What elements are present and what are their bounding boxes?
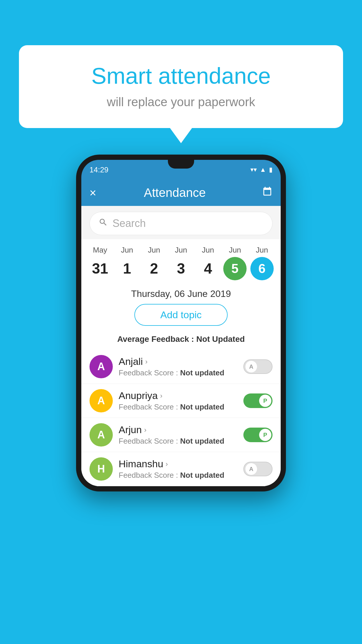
student-name: Anupriya › [119,390,238,401]
avatar: A [89,423,113,447]
app-bar-title: Attendance [94,186,255,200]
app-bar: × Attendance [81,180,281,206]
status-icons: ▾▾ ▲ ▮ [250,166,273,174]
search-input-label: Search [113,217,146,230]
student-score: Feedback Score : Not updated [119,437,238,446]
chevron-right-icon: › [145,358,147,366]
table-row[interactable]: A Arjun › Feedback Score : Not updated P [81,418,281,452]
speech-bubble: Smart attendance will replace your paper… [19,45,343,128]
date-item-jun5-today[interactable]: Jun 5 [223,246,247,280]
student-list: A Anjali › Feedback Score : Not updated … [81,350,281,486]
table-row[interactable]: A Anupriya › Feedback Score : Not update… [81,384,281,418]
avatar: H [89,457,113,481]
chevron-right-icon: › [160,392,162,400]
battery-icon: ▮ [269,166,273,174]
student-name: Himanshu › [119,458,238,470]
bubble-title: Smart attendance [42,63,320,89]
add-topic-button[interactable]: Add topic [134,304,228,326]
student-score: Feedback Score : Not updated [119,368,238,377]
date-strip: May 31 Jun 1 Jun 2 Jun 3 Jun 4 [81,239,281,280]
avatar: A [89,389,113,412]
student-info: Anjali › Feedback Score : Not updated [119,356,238,377]
search-icon [99,218,108,229]
student-score: Feedback Score : Not updated [119,471,238,480]
avg-feedback: Average Feedback : Not Updated [81,332,281,350]
wifi-icon: ▾▾ [250,166,257,174]
student-name: Arjun › [119,424,238,435]
table-row[interactable]: A Anjali › Feedback Score : Not updated … [81,350,281,384]
phone-outer: 14:29 ▾▾ ▲ ▮ × Attendance [76,155,286,491]
selected-date-label: Thursday, 06 June 2019 [81,280,281,304]
avatar: A [89,355,113,378]
student-info: Arjun › Feedback Score : Not updated [119,424,238,446]
student-name: Anjali › [119,356,238,367]
status-time: 14:29 [89,165,108,174]
search-bar[interactable]: Search [89,212,273,235]
bubble-subtitle: will replace your paperwork [42,95,320,109]
speech-bubble-container: Smart attendance will replace your paper… [19,45,343,128]
search-container: Search [81,206,281,239]
date-item-jun6-selected[interactable]: Jun 6 [250,246,274,280]
phone-mockup: 14:29 ▾▾ ▲ ▮ × Attendance [76,155,286,491]
date-item-jun1[interactable]: Jun 1 [115,246,139,280]
status-bar: 14:29 ▾▾ ▲ ▮ [81,160,281,180]
attendance-toggle[interactable]: A [243,462,273,476]
table-row[interactable]: H Himanshu › Feedback Score : Not update… [81,452,281,486]
phone-notch [168,160,194,169]
attendance-toggle[interactable]: P [243,428,273,442]
chevron-right-icon: › [166,460,168,468]
student-info: Himanshu › Feedback Score : Not updated [119,458,238,480]
attendance-toggle[interactable]: P [243,393,273,408]
calendar-icon[interactable] [262,186,273,200]
chevron-right-icon: › [144,426,146,434]
date-item-jun2[interactable]: Jun 2 [142,246,166,280]
student-info: Anupriya › Feedback Score : Not updated [119,390,238,412]
date-item-may31[interactable]: May 31 [88,246,112,280]
student-score: Feedback Score : Not updated [119,402,238,412]
attendance-toggle[interactable]: A [243,359,273,374]
signal-icon: ▲ [260,166,266,174]
phone-screen: Search May 31 Jun 1 Jun 2 Jun [81,206,281,486]
date-item-jun3[interactable]: Jun 3 [169,246,193,280]
date-item-jun4[interactable]: Jun 4 [196,246,220,280]
